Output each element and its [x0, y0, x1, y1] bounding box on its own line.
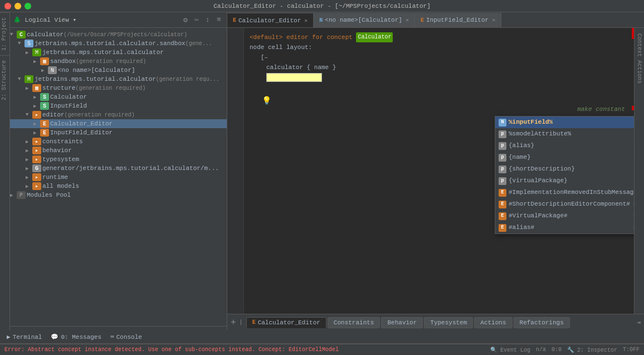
- sidebar-btn-3[interactable]: ↕: [203, 16, 212, 25]
- messages-icon: 💬: [51, 333, 58, 341]
- add-tab-button[interactable]: +: [231, 318, 236, 328]
- tree-item-no-name-calculator[interactable]: ▶N<no name>[Calculator]: [10, 66, 227, 75]
- tree-item-constraints[interactable]: ▶▸constraints: [10, 137, 227, 146]
- ac-item-8[interactable]: E#VirtualPackage#EditorComponentDeclarat…: [495, 210, 634, 222]
- tree-item-InputField_Editor[interactable]: ▶EInputField_Editor: [10, 128, 227, 137]
- tree-arrow-jetbrains-calculator[interactable]: ▶: [26, 50, 32, 56]
- right-strip: Context Actions: [634, 28, 644, 314]
- close-button[interactable]: [4, 3, 11, 9]
- tree-item-all-models[interactable]: ▶▸all models: [10, 182, 227, 191]
- autocomplete-popup[interactable]: N%inputField%^linkDeclaration (j.m.t.cal…: [495, 116, 634, 234]
- minimize-button[interactable]: [14, 3, 21, 9]
- console-button[interactable]: ⌨ Console: [108, 332, 144, 342]
- context-actions-label[interactable]: Context Actions: [636, 33, 642, 84]
- ac-icon-8: E: [499, 212, 506, 220]
- tree-item-modules-pool[interactable]: ▶PModules Pool: [10, 191, 227, 200]
- ac-item-3[interactable]: p{name}^propertyDeclaration (j.m.l.core.…: [495, 152, 634, 163]
- tree-arrow-sandbox-node[interactable]: ▶: [33, 59, 40, 65]
- tree-arrow-InputField_Editor[interactable]: ▶: [33, 130, 40, 136]
- tree-arrow-Calculator[interactable]: ▶: [33, 94, 40, 100]
- position-status: 0:0: [552, 347, 562, 353]
- tree-icon-modules-pool: P: [17, 191, 26, 199]
- inspector-btn[interactable]: 🔧 2: Inspector: [567, 347, 617, 353]
- tree-item-sandbox-node[interactable]: ▶▦sandbox (generation required): [10, 57, 227, 66]
- bottom-subtab-typesystem[interactable]: Typesystem: [424, 317, 473, 328]
- code-input-box[interactable]: [266, 73, 322, 82]
- tree-arrow-jetbrains-sandbox[interactable]: ▼: [18, 41, 25, 46]
- bottom-subtab-behavior[interactable]: Behavior: [381, 317, 423, 328]
- code-area[interactable]: 💡 <default> editor for concept Calculato…: [244, 28, 634, 314]
- tree-arrow-typesystem[interactable]: ▶: [26, 157, 32, 163]
- sidebar-btn-2[interactable]: ✂: [192, 16, 201, 25]
- ac-item-7[interactable]: E#ShortDescriptionEditorComponent#Editor…: [495, 198, 634, 210]
- tree-item-typesystem[interactable]: ▶▸typesystem: [10, 155, 227, 164]
- ac-left-4: {shortDescription}: [509, 164, 631, 174]
- tree-item-editor-folder[interactable]: ▼▸editor (generation required): [10, 110, 227, 119]
- ac-item-5[interactable]: p{virtualPackage}^propertyDeclaration (j…: [495, 175, 634, 187]
- tree-arrow-no-name-calculator[interactable]: ▶: [41, 67, 48, 74]
- terminal-button[interactable]: ▶ Terminal: [4, 332, 44, 342]
- tree-label-generator: generator/jetbrains.mps.tutorial.calcula…: [42, 165, 219, 172]
- sidebar-btn-1[interactable]: ⚙: [181, 16, 190, 25]
- bottom-subtab-refactorings[interactable]: Refactorings: [514, 317, 570, 328]
- tree-arrow-Calculator_Editor[interactable]: ▶: [33, 121, 40, 127]
- structure-tab[interactable]: 2: Structure: [0, 55, 9, 105]
- console-label: Console: [116, 334, 142, 341]
- tab-close-inputfield-editor-tab[interactable]: ✕: [492, 17, 495, 23]
- tab-inputfield-editor-tab[interactable]: EInputField_Editor✕: [415, 13, 501, 27]
- tree-arrow-jetbrains-calculator2[interactable]: ▼: [18, 76, 25, 82]
- tree-item-jetbrains-calculator[interactable]: ▶Mjetbrains.mps.tutorial.calculator: [10, 48, 227, 57]
- ac-item-6[interactable]: E#ImplementationRemovedInStubMessage#Edi…: [495, 187, 634, 198]
- tree-item-jetbrains-calculator2[interactable]: ▼Mjetbrains.mps.tutorial.calculator (gen…: [10, 75, 227, 84]
- tree-item-runtime[interactable]: ▶▸runtime: [10, 173, 227, 182]
- tree-icon-structure: ▦: [32, 84, 41, 92]
- tree-item-structure[interactable]: ▶▦structure (generation required): [10, 84, 227, 93]
- tree-item-jetbrains-sandbox[interactable]: ▼Sjetbrains.mps.tutorial.calculator.sand…: [10, 39, 227, 48]
- tree-item-Calculator[interactable]: ▶SCalculator: [10, 93, 227, 101]
- ac-item-9[interactable]: E#alias#EditorComponentDeclaration (j.m.…: [495, 222, 634, 234]
- expand-icon[interactable]: ⇥: [637, 318, 641, 327]
- tree-arrow-structure[interactable]: ▶: [26, 85, 32, 91]
- tree-arrow-constraints[interactable]: ▶: [26, 139, 32, 145]
- tab-close-calculator-editor-tab[interactable]: ✕: [304, 17, 308, 24]
- messages-button[interactable]: 💬 0: Messages: [48, 332, 104, 342]
- tree-arrow-runtime[interactable]: ▶: [26, 174, 32, 181]
- sidebar-toolbar: 🌲 Logical View ▾ ⚙ ✂ ↕ ≡: [10, 12, 227, 28]
- ac-right-7: EditorComponentDeclaration (j.m.l.core.e…: [633, 200, 634, 209]
- tree-item-calculator-root[interactable]: ▼Ccalculator (/Users/Oscar/MPSProjects/c…: [10, 30, 227, 39]
- maximize-button[interactable]: [25, 3, 31, 9]
- ac-item-1[interactable]: p%smodelAttribute%^linkDeclaration (j.m.…: [495, 128, 634, 140]
- tree-item-behavior[interactable]: ▶▸behavior: [10, 146, 227, 155]
- tab-no-name-tab[interactable]: N<no name>[Calculator]✕: [314, 13, 415, 27]
- tab-calculator-editor-tab[interactable]: ECalculator_Editor✕: [227, 13, 314, 27]
- project-tab[interactable]: 1: Project: [0, 12, 9, 55]
- tree-item-InputField[interactable]: ▶SInputField: [10, 101, 227, 110]
- ac-item-4[interactable]: p{shortDescription}^propertyDeclaration …: [495, 163, 634, 175]
- bulb-icon[interactable]: 💡: [262, 96, 271, 105]
- sidebar-scrollbar[interactable]: [10, 326, 227, 330]
- tree-arrow-behavior[interactable]: ▶: [26, 148, 32, 154]
- ac-item-0[interactable]: N%inputField%^linkDeclaration (j.m.t.cal…: [495, 116, 634, 128]
- tree-arrow-all-models[interactable]: ▶: [26, 183, 32, 189]
- tree-arrow-modules-pool[interactable]: ▶: [10, 192, 17, 198]
- tree-item-generator[interactable]: ▶Ggenerator/jetbrains.mps.tutorial.calcu…: [10, 164, 227, 173]
- bottom-subtab-constraints[interactable]: Constraints: [328, 317, 380, 328]
- tree-icon-sandbox-node: ▦: [40, 57, 49, 65]
- tree-icon-jetbrains-calculator: M: [32, 48, 41, 56]
- bottom-tab-editor[interactable]: E Calculator_Editor: [246, 317, 326, 328]
- tab-icon-calculator-editor-tab: E: [233, 17, 236, 23]
- editor-tab-label: Calculator_Editor: [258, 319, 320, 326]
- sidebar-btn-4[interactable]: ≡: [214, 16, 223, 25]
- window-controls[interactable]: [4, 3, 31, 9]
- tree-arrow-calculator-root[interactable]: ▼: [10, 32, 17, 37]
- tree-arrow-editor-folder[interactable]: ▼: [26, 112, 32, 118]
- bottom-subtab-actions[interactable]: Actions: [474, 317, 512, 328]
- event-log-btn[interactable]: 🔍 Event Log: [490, 347, 530, 353]
- tree-item-Calculator_Editor[interactable]: ▶ECalculator_Editor: [10, 119, 227, 128]
- tree-arrow-generator[interactable]: ▶: [26, 166, 32, 172]
- tree-arrow-InputField[interactable]: ▶: [33, 103, 40, 109]
- ac-item-2[interactable]: p{alias}^propertyDeclaration (j.m.l.core…: [495, 140, 634, 152]
- tab-close-no-name-tab[interactable]: ✕: [406, 17, 409, 23]
- terminal-label: Terminal: [13, 334, 42, 341]
- code-line-5[interactable]: [250, 72, 628, 82]
